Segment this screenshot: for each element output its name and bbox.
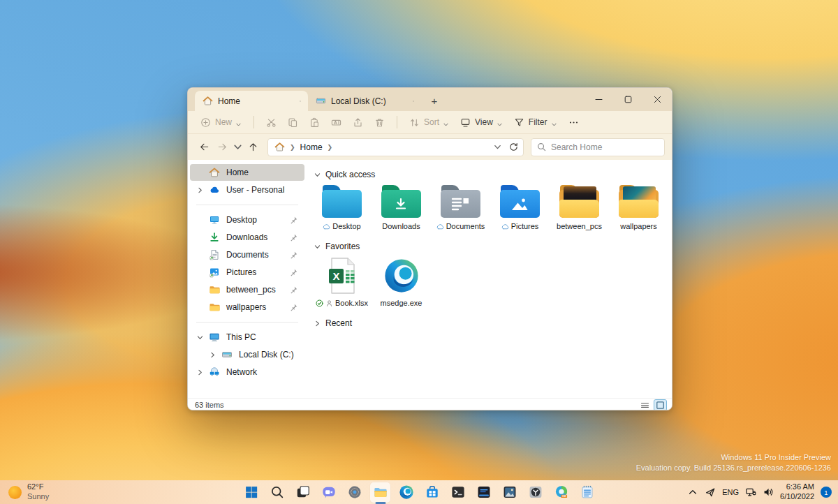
search-input[interactable] bbox=[551, 142, 642, 152]
tile-wallpapers[interactable]: wallpapers bbox=[609, 185, 668, 230]
tab-close-icon[interactable] bbox=[297, 98, 304, 105]
chevron-down-icon[interactable] bbox=[314, 243, 321, 251]
share-button[interactable] bbox=[347, 114, 369, 131]
back-icon bbox=[199, 142, 210, 152]
taskbar-photos-button[interactable] bbox=[499, 482, 520, 503]
more-button[interactable] bbox=[563, 114, 585, 131]
file-explorer-icon bbox=[373, 484, 388, 500]
edge-icon bbox=[399, 484, 414, 500]
chevron-down-icon[interactable] bbox=[314, 171, 321, 179]
terminal-icon bbox=[450, 484, 466, 500]
tile-msedge-exe[interactable]: msedge.exe bbox=[372, 257, 431, 307]
pin-icon bbox=[289, 251, 298, 260]
language-indicator[interactable]: ENG bbox=[722, 488, 739, 496]
sidebar-item-downloads[interactable]: Downloads bbox=[190, 229, 304, 246]
chevron-right-icon[interactable] bbox=[196, 186, 204, 194]
taskbar-microsoft-store-button[interactable] bbox=[422, 482, 442, 503]
notification-badge[interactable]: 1 bbox=[821, 487, 832, 498]
thumbnail-view-button[interactable] bbox=[654, 400, 666, 410]
taskbar-start-button[interactable] bbox=[241, 482, 261, 503]
microsoft-store-icon bbox=[425, 484, 440, 500]
tab-local-disk-c-[interactable]: Local Disk (C:) bbox=[308, 91, 421, 111]
tile-documents[interactable]: Documents bbox=[431, 185, 490, 230]
sidebar-separator bbox=[196, 322, 298, 323]
taskbar-cmi-app-button[interactable]: CMI bbox=[551, 482, 571, 503]
sidebar-item-home[interactable]: Home bbox=[190, 164, 304, 181]
chevron-right-icon[interactable] bbox=[314, 320, 321, 327]
tile-pictures[interactable]: Pictures bbox=[490, 185, 550, 230]
taskbar-y-app-button[interactable] bbox=[525, 482, 545, 503]
sidebar-item-between-pcs[interactable]: between_pcs bbox=[190, 281, 304, 298]
tab-home[interactable]: Home bbox=[195, 91, 308, 111]
tile-label: between_pcs bbox=[557, 222, 602, 230]
cloud-icon bbox=[323, 223, 330, 230]
sidebar-item-network[interactable]: Network bbox=[190, 364, 304, 380]
sidebar-item-wallpapers[interactable]: wallpapers bbox=[190, 299, 304, 316]
view-button[interactable]: View bbox=[455, 114, 508, 131]
taskbar-file-explorer-button[interactable] bbox=[370, 482, 390, 503]
maximize-button[interactable] bbox=[613, 88, 642, 111]
taskbar-notepad-button[interactable] bbox=[577, 482, 597, 503]
sidebar-item-this-pc[interactable]: This PC bbox=[190, 329, 304, 346]
sidebar-item-pictures[interactable]: Pictures bbox=[190, 264, 304, 281]
search-box[interactable] bbox=[531, 138, 665, 156]
cut-button[interactable] bbox=[260, 114, 282, 131]
new-tab-button[interactable]: + bbox=[425, 91, 443, 110]
status-bar: 63 items bbox=[188, 398, 672, 410]
up-button[interactable] bbox=[244, 138, 262, 156]
sidebar-item-label: wallpapers bbox=[226, 302, 266, 312]
address-bar[interactable]: ❯ Home ❯ bbox=[267, 138, 524, 156]
paste-button[interactable] bbox=[304, 114, 325, 131]
notepad-icon bbox=[580, 484, 595, 500]
filter-button[interactable]: Filter bbox=[508, 114, 563, 131]
sort-button[interactable]: Sort bbox=[404, 114, 455, 131]
tab-close-icon[interactable] bbox=[410, 98, 417, 105]
refresh-icon[interactable] bbox=[508, 142, 519, 152]
tile-label-text: Pictures bbox=[511, 222, 539, 230]
tile-between-pcs[interactable]: between_pcs bbox=[550, 185, 609, 230]
chevron-down-icon[interactable] bbox=[196, 334, 204, 341]
rename-button[interactable] bbox=[325, 114, 347, 131]
clock[interactable]: 6:36 AM 6/10/2022 bbox=[780, 482, 814, 502]
taskbar-terminal-button[interactable] bbox=[448, 482, 468, 503]
new-button[interactable]: New bbox=[195, 114, 247, 131]
close-button[interactable] bbox=[642, 88, 672, 111]
taskbar-search-button[interactable] bbox=[267, 482, 287, 503]
section-header-quick-access[interactable]: Quick access bbox=[312, 167, 672, 184]
details-view-button[interactable] bbox=[639, 400, 651, 410]
recent-locations-button[interactable] bbox=[231, 138, 244, 156]
window-controls bbox=[584, 88, 672, 111]
sidebar-item-documents[interactable]: Documents bbox=[190, 246, 304, 263]
tile-book-xlsx[interactable]: XBook.xlsx bbox=[312, 257, 372, 307]
chevron-right-icon[interactable] bbox=[196, 369, 204, 376]
edge bbox=[383, 257, 420, 295]
chevron-right-icon[interactable] bbox=[209, 351, 216, 359]
folder-body bbox=[500, 190, 540, 218]
tile-downloads[interactable]: Downloads bbox=[372, 185, 431, 230]
nearby-share-icon[interactable] bbox=[705, 487, 716, 498]
sort-icon bbox=[409, 117, 420, 128]
back-button[interactable] bbox=[195, 138, 213, 156]
sidebar-item-desktop[interactable]: Desktop bbox=[190, 212, 304, 228]
show-hidden-icons-button[interactable] bbox=[687, 487, 698, 498]
widgets-button[interactable]: 62°F Sunny bbox=[8, 482, 49, 502]
taskbar-dark-app-button[interactable] bbox=[473, 482, 494, 503]
sidebar-item-local-disk-c-[interactable]: Local Disk (C:) bbox=[190, 346, 304, 363]
sidebar-item-user-personal[interactable]: User - Personal bbox=[190, 181, 304, 198]
minimize-button[interactable] bbox=[584, 88, 613, 111]
volume-icon[interactable] bbox=[763, 487, 774, 498]
delete-button[interactable] bbox=[369, 114, 390, 131]
taskbar-chat-button[interactable] bbox=[318, 482, 339, 503]
forward-button[interactable] bbox=[213, 138, 231, 156]
section-header-recent[interactable]: Recent bbox=[312, 316, 672, 332]
folder-body bbox=[441, 190, 480, 218]
section-header-favorites[interactable]: Favorites bbox=[312, 239, 672, 255]
taskbar-task-view-button[interactable] bbox=[293, 482, 313, 503]
copy-button[interactable] bbox=[282, 114, 304, 131]
breadcrumb[interactable]: Home bbox=[300, 142, 323, 152]
address-dropdown-icon[interactable] bbox=[493, 142, 502, 151]
network-icon[interactable] bbox=[745, 487, 756, 498]
tile-desktop[interactable]: Desktop bbox=[312, 185, 372, 230]
taskbar-settings-button[interactable] bbox=[344, 482, 365, 503]
taskbar-edge-button[interactable] bbox=[396, 482, 416, 503]
